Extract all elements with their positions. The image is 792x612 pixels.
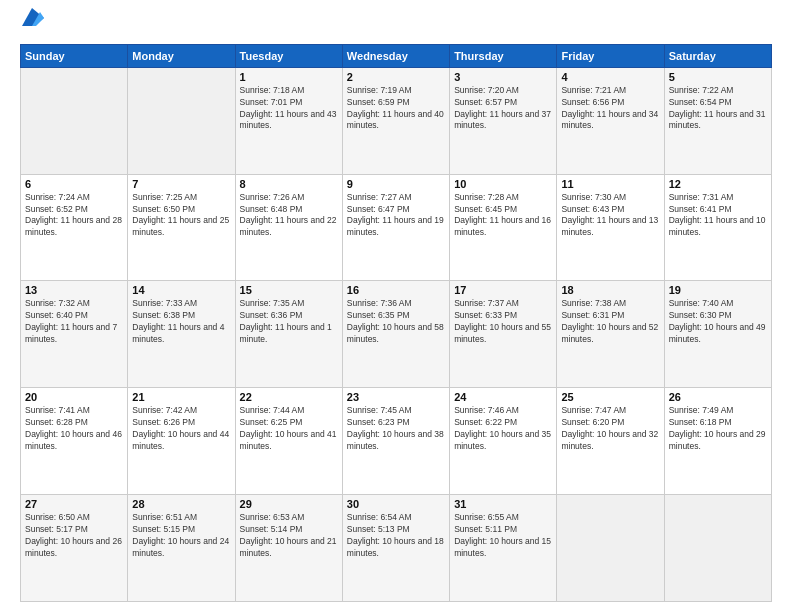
page: SundayMondayTuesdayWednesdayThursdayFrid… <box>0 0 792 612</box>
day-info: Sunrise: 6:55 AMSunset: 5:11 PMDaylight:… <box>454 512 552 560</box>
day-of-week-header: Sunday <box>21 44 128 67</box>
calendar-header-row: SundayMondayTuesdayWednesdayThursdayFrid… <box>21 44 772 67</box>
calendar-cell: 9Sunrise: 7:27 AMSunset: 6:47 PMDaylight… <box>342 174 449 281</box>
day-number: 16 <box>347 284 445 296</box>
day-info: Sunrise: 7:31 AMSunset: 6:41 PMDaylight:… <box>669 192 767 240</box>
calendar-cell <box>557 495 664 602</box>
calendar-week-row: 20Sunrise: 7:41 AMSunset: 6:28 PMDayligh… <box>21 388 772 495</box>
calendar-cell <box>664 495 771 602</box>
calendar-cell: 7Sunrise: 7:25 AMSunset: 6:50 PMDaylight… <box>128 174 235 281</box>
day-number: 21 <box>132 391 230 403</box>
day-of-week-header: Thursday <box>450 44 557 67</box>
calendar-cell: 22Sunrise: 7:44 AMSunset: 6:25 PMDayligh… <box>235 388 342 495</box>
day-number: 25 <box>561 391 659 403</box>
day-number: 17 <box>454 284 552 296</box>
day-number: 15 <box>240 284 338 296</box>
day-info: Sunrise: 7:26 AMSunset: 6:48 PMDaylight:… <box>240 192 338 240</box>
calendar-cell: 29Sunrise: 6:53 AMSunset: 5:14 PMDayligh… <box>235 495 342 602</box>
day-info: Sunrise: 7:18 AMSunset: 7:01 PMDaylight:… <box>240 85 338 133</box>
calendar-week-row: 27Sunrise: 6:50 AMSunset: 5:17 PMDayligh… <box>21 495 772 602</box>
calendar-cell: 28Sunrise: 6:51 AMSunset: 5:15 PMDayligh… <box>128 495 235 602</box>
day-info: Sunrise: 7:28 AMSunset: 6:45 PMDaylight:… <box>454 192 552 240</box>
calendar-cell <box>21 67 128 174</box>
calendar-table: SundayMondayTuesdayWednesdayThursdayFrid… <box>20 44 772 602</box>
day-number: 11 <box>561 178 659 190</box>
calendar-cell: 2Sunrise: 7:19 AMSunset: 6:59 PMDaylight… <box>342 67 449 174</box>
day-info: Sunrise: 7:41 AMSunset: 6:28 PMDaylight:… <box>25 405 123 453</box>
calendar-cell: 3Sunrise: 7:20 AMSunset: 6:57 PMDaylight… <box>450 67 557 174</box>
day-of-week-header: Wednesday <box>342 44 449 67</box>
day-info: Sunrise: 7:22 AMSunset: 6:54 PMDaylight:… <box>669 85 767 133</box>
calendar-cell <box>128 67 235 174</box>
day-of-week-header: Tuesday <box>235 44 342 67</box>
day-number: 4 <box>561 71 659 83</box>
day-info: Sunrise: 7:44 AMSunset: 6:25 PMDaylight:… <box>240 405 338 453</box>
day-of-week-header: Monday <box>128 44 235 67</box>
day-number: 28 <box>132 498 230 510</box>
logo-icon <box>22 8 44 26</box>
day-info: Sunrise: 7:42 AMSunset: 6:26 PMDaylight:… <box>132 405 230 453</box>
day-number: 29 <box>240 498 338 510</box>
calendar-cell: 14Sunrise: 7:33 AMSunset: 6:38 PMDayligh… <box>128 281 235 388</box>
day-of-week-header: Saturday <box>664 44 771 67</box>
calendar-cell: 17Sunrise: 7:37 AMSunset: 6:33 PMDayligh… <box>450 281 557 388</box>
day-number: 18 <box>561 284 659 296</box>
calendar-cell: 21Sunrise: 7:42 AMSunset: 6:26 PMDayligh… <box>128 388 235 495</box>
day-number: 13 <box>25 284 123 296</box>
day-info: Sunrise: 7:37 AMSunset: 6:33 PMDaylight:… <box>454 298 552 346</box>
calendar-cell: 15Sunrise: 7:35 AMSunset: 6:36 PMDayligh… <box>235 281 342 388</box>
calendar-cell: 13Sunrise: 7:32 AMSunset: 6:40 PMDayligh… <box>21 281 128 388</box>
day-number: 1 <box>240 71 338 83</box>
calendar-week-row: 6Sunrise: 7:24 AMSunset: 6:52 PMDaylight… <box>21 174 772 281</box>
calendar-week-row: 1Sunrise: 7:18 AMSunset: 7:01 PMDaylight… <box>21 67 772 174</box>
calendar-cell: 30Sunrise: 6:54 AMSunset: 5:13 PMDayligh… <box>342 495 449 602</box>
day-number: 3 <box>454 71 552 83</box>
day-info: Sunrise: 7:30 AMSunset: 6:43 PMDaylight:… <box>561 192 659 240</box>
calendar-cell: 8Sunrise: 7:26 AMSunset: 6:48 PMDaylight… <box>235 174 342 281</box>
day-number: 19 <box>669 284 767 296</box>
calendar-cell: 18Sunrise: 7:38 AMSunset: 6:31 PMDayligh… <box>557 281 664 388</box>
day-info: Sunrise: 6:51 AMSunset: 5:15 PMDaylight:… <box>132 512 230 560</box>
day-info: Sunrise: 7:38 AMSunset: 6:31 PMDaylight:… <box>561 298 659 346</box>
calendar-cell: 12Sunrise: 7:31 AMSunset: 6:41 PMDayligh… <box>664 174 771 281</box>
day-info: Sunrise: 7:45 AMSunset: 6:23 PMDaylight:… <box>347 405 445 453</box>
day-info: Sunrise: 7:20 AMSunset: 6:57 PMDaylight:… <box>454 85 552 133</box>
calendar-cell: 24Sunrise: 7:46 AMSunset: 6:22 PMDayligh… <box>450 388 557 495</box>
calendar-cell: 1Sunrise: 7:18 AMSunset: 7:01 PMDaylight… <box>235 67 342 174</box>
day-number: 8 <box>240 178 338 190</box>
day-info: Sunrise: 7:36 AMSunset: 6:35 PMDaylight:… <box>347 298 445 346</box>
calendar-cell: 25Sunrise: 7:47 AMSunset: 6:20 PMDayligh… <box>557 388 664 495</box>
day-of-week-header: Friday <box>557 44 664 67</box>
calendar-cell: 16Sunrise: 7:36 AMSunset: 6:35 PMDayligh… <box>342 281 449 388</box>
day-number: 27 <box>25 498 123 510</box>
day-info: Sunrise: 7:46 AMSunset: 6:22 PMDaylight:… <box>454 405 552 453</box>
calendar-cell: 4Sunrise: 7:21 AMSunset: 6:56 PMDaylight… <box>557 67 664 174</box>
day-info: Sunrise: 7:19 AMSunset: 6:59 PMDaylight:… <box>347 85 445 133</box>
calendar-cell: 26Sunrise: 7:49 AMSunset: 6:18 PMDayligh… <box>664 388 771 495</box>
calendar-cell: 20Sunrise: 7:41 AMSunset: 6:28 PMDayligh… <box>21 388 128 495</box>
day-number: 14 <box>132 284 230 296</box>
day-info: Sunrise: 7:33 AMSunset: 6:38 PMDaylight:… <box>132 298 230 346</box>
day-number: 6 <box>25 178 123 190</box>
logo <box>20 16 44 36</box>
day-info: Sunrise: 7:35 AMSunset: 6:36 PMDaylight:… <box>240 298 338 346</box>
day-number: 31 <box>454 498 552 510</box>
day-number: 24 <box>454 391 552 403</box>
day-info: Sunrise: 6:50 AMSunset: 5:17 PMDaylight:… <box>25 512 123 560</box>
day-number: 30 <box>347 498 445 510</box>
day-number: 10 <box>454 178 552 190</box>
day-number: 26 <box>669 391 767 403</box>
calendar-cell: 19Sunrise: 7:40 AMSunset: 6:30 PMDayligh… <box>664 281 771 388</box>
calendar-cell: 23Sunrise: 7:45 AMSunset: 6:23 PMDayligh… <box>342 388 449 495</box>
day-number: 5 <box>669 71 767 83</box>
day-number: 2 <box>347 71 445 83</box>
day-info: Sunrise: 7:27 AMSunset: 6:47 PMDaylight:… <box>347 192 445 240</box>
day-info: Sunrise: 7:32 AMSunset: 6:40 PMDaylight:… <box>25 298 123 346</box>
day-info: Sunrise: 7:25 AMSunset: 6:50 PMDaylight:… <box>132 192 230 240</box>
day-number: 7 <box>132 178 230 190</box>
calendar-cell: 10Sunrise: 7:28 AMSunset: 6:45 PMDayligh… <box>450 174 557 281</box>
day-info: Sunrise: 7:24 AMSunset: 6:52 PMDaylight:… <box>25 192 123 240</box>
calendar-cell: 5Sunrise: 7:22 AMSunset: 6:54 PMDaylight… <box>664 67 771 174</box>
day-info: Sunrise: 7:21 AMSunset: 6:56 PMDaylight:… <box>561 85 659 133</box>
day-info: Sunrise: 6:54 AMSunset: 5:13 PMDaylight:… <box>347 512 445 560</box>
